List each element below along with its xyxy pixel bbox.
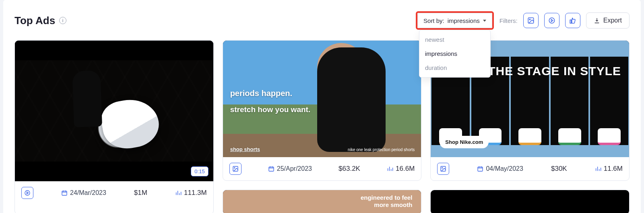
bars-icon <box>387 166 393 172</box>
ad-card[interactable]: 0:15 24/Mar/2023 $1M 111.3M <box>14 40 214 213</box>
play-circle-icon <box>24 190 31 196</box>
image-icon <box>527 17 535 24</box>
filters-label: Filters: <box>500 17 518 24</box>
sort-menu: newest impressions duration <box>419 30 491 78</box>
svg-point-2 <box>549 18 555 23</box>
ad-overlay-cta: Shop Nike.com <box>440 136 489 148</box>
image-icon <box>440 166 446 172</box>
export-label: Export <box>603 17 622 24</box>
svg-point-1 <box>529 19 530 20</box>
ad-overlay-headline: S THE STAGE IN STYLE <box>476 65 621 78</box>
calendar-icon <box>61 190 68 196</box>
export-button[interactable]: Export <box>586 12 630 29</box>
ad-type-icon <box>21 187 33 199</box>
sort-selected-value: impressions <box>448 17 480 24</box>
image-icon <box>232 166 239 172</box>
ad-thumbnail[interactable]: engineered to feel more smooth <box>223 190 421 213</box>
ad-type-icon <box>229 163 242 175</box>
ad-overlay-brand: nike one leak protection period shorts <box>348 147 415 152</box>
sort-option-impressions[interactable]: impressions <box>419 47 490 61</box>
sort-dropdown-highlight: Sort by: impressions newest impressions … <box>416 11 494 30</box>
video-duration-badge: 0:15 <box>191 166 208 176</box>
ad-impressions: 11.6M <box>595 165 623 173</box>
calendar-icon <box>268 166 275 172</box>
svg-point-9 <box>442 168 443 168</box>
svg-rect-10 <box>478 167 483 171</box>
ad-date: 24/Mar/2023 <box>61 189 106 197</box>
ad-thumbnail[interactable] <box>431 190 629 213</box>
calendar-icon <box>477 166 483 172</box>
ad-overlay-text: stretch how you want. <box>230 106 311 114</box>
filter-video-button[interactable] <box>544 13 559 28</box>
filter-image-button[interactable] <box>523 13 539 28</box>
ad-date: 04/May/2023 <box>477 165 523 172</box>
ad-date: 25/Apr/2023 <box>268 165 312 172</box>
ad-card[interactable]: engineered to feel more smooth <box>223 190 422 213</box>
ad-overlay-cta: shop shorts <box>230 147 260 152</box>
svg-point-3 <box>25 190 30 195</box>
svg-rect-4 <box>62 191 67 195</box>
info-icon[interactable]: i <box>59 17 66 24</box>
sort-option-duration[interactable]: duration <box>419 61 490 75</box>
ad-spend: $30K <box>551 165 567 173</box>
ad-card[interactable]: periods happen. stretch how you want. sh… <box>223 40 422 181</box>
ad-spend: $1M <box>134 189 147 197</box>
sort-label-prefix: Sort by: <box>423 17 444 24</box>
bars-icon <box>595 166 601 172</box>
filter-like-button[interactable] <box>565 13 580 28</box>
svg-point-6 <box>234 168 235 168</box>
caret-down-icon <box>483 20 486 22</box>
ad-type-icon <box>437 163 449 175</box>
thumbs-up-icon <box>569 17 576 24</box>
ad-impressions: 16.6M <box>387 165 415 173</box>
ad-thumbnail[interactable]: 0:15 <box>15 41 213 181</box>
play-circle-icon <box>548 17 555 24</box>
sort-option-newest[interactable]: newest <box>419 33 490 47</box>
download-icon <box>594 17 600 24</box>
ad-thumbnail[interactable]: periods happen. stretch how you want. sh… <box>223 41 421 157</box>
sort-button[interactable]: Sort by: impressions <box>417 13 492 28</box>
page-title: Top Ads <box>14 14 55 27</box>
ad-spend: $63.2K <box>339 165 360 173</box>
ad-impressions: 111.3M <box>175 189 207 197</box>
ad-overlay-text: engineered to feel more smooth <box>361 194 412 209</box>
svg-rect-7 <box>269 167 274 171</box>
ad-card[interactable] <box>430 190 630 213</box>
ad-overlay-text: periods happen. <box>230 89 292 98</box>
bars-icon <box>175 190 182 196</box>
